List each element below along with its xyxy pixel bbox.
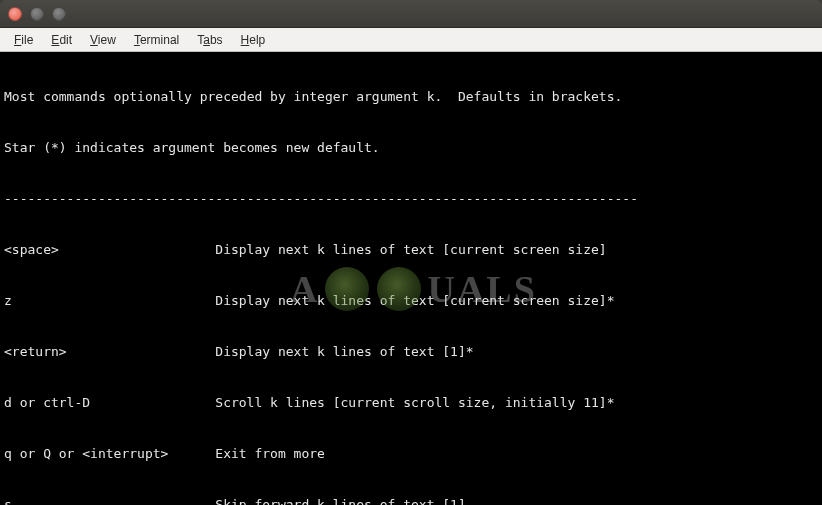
cmd-desc: Display next k lines of text [current sc… (215, 241, 606, 258)
cmd-desc: Display next k lines of text [current sc… (215, 292, 614, 309)
cmd-desc: Exit from more (215, 445, 325, 462)
menu-file[interactable]: File (6, 31, 41, 49)
cmd-row: d or ctrl-DScroll k lines [current scrol… (4, 394, 818, 411)
menu-tabs[interactable]: Tabs (189, 31, 230, 49)
window-controls (8, 7, 66, 21)
cmd-key: <space> (4, 241, 215, 258)
cmd-key: q or Q or <interrupt> (4, 445, 215, 462)
cmd-row: sSkip forward k lines of text [1] (4, 496, 818, 505)
cmd-desc: Skip forward k lines of text [1] (215, 496, 465, 505)
cmd-key: <return> (4, 343, 215, 360)
menubar: File Edit View Terminal Tabs Help (0, 28, 822, 52)
titlebar[interactable] (0, 0, 822, 28)
menu-terminal[interactable]: Terminal (126, 31, 187, 49)
cmd-desc: Display next k lines of text [1]* (215, 343, 473, 360)
close-icon[interactable] (8, 7, 22, 21)
cmd-key: d or ctrl-D (4, 394, 215, 411)
maximize-icon[interactable] (52, 7, 66, 21)
cmd-row: q or Q or <interrupt>Exit from more (4, 445, 818, 462)
menu-help[interactable]: Help (233, 31, 274, 49)
cmd-row: <space>Display next k lines of text [cur… (4, 241, 818, 258)
cmd-key: s (4, 496, 215, 505)
cmd-row: zDisplay next k lines of text [current s… (4, 292, 818, 309)
menu-view[interactable]: View (82, 31, 124, 49)
intro-line-1: Most commands optionally preceded by int… (4, 88, 818, 105)
terminal-window: File Edit View Terminal Tabs Help Most c… (0, 0, 822, 505)
cmd-key: z (4, 292, 215, 309)
menu-edit[interactable]: Edit (43, 31, 80, 49)
separator-top: ----------------------------------------… (4, 190, 818, 207)
minimize-icon[interactable] (30, 7, 44, 21)
terminal-viewport[interactable]: Most commands optionally preceded by int… (0, 52, 822, 505)
cmd-row: <return>Display next k lines of text [1]… (4, 343, 818, 360)
intro-line-2: Star (*) indicates argument becomes new … (4, 139, 818, 156)
cmd-desc: Scroll k lines [current scroll size, ini… (215, 394, 614, 411)
